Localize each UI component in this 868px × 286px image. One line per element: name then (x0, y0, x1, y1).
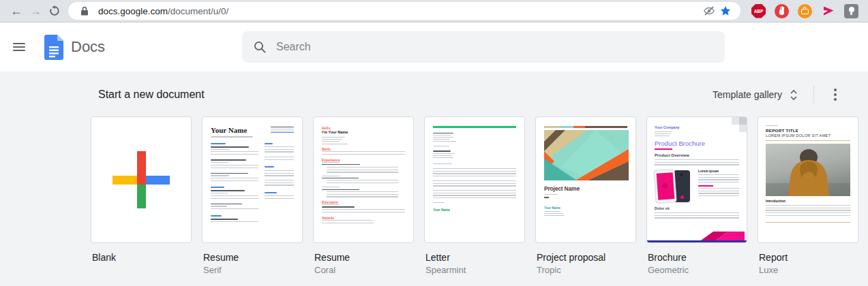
phones-illustration (655, 170, 694, 204)
template-cards-row: Blank Your Name (91, 116, 868, 275)
resume-coral-thumbnail[interactable]: Hello, I'm Your Name Skills Experience (313, 116, 414, 243)
mini-subheading: Lorem ipsum (698, 170, 739, 173)
mini-accent-rule (433, 126, 516, 128)
brochure-thumbnail[interactable]: Your Company Product Brochure Product Ov… (646, 116, 747, 243)
report-thumbnail[interactable]: REPORT TITLE LOREM IPSUM DOLOR SIT AMET (758, 116, 858, 243)
navy-footer-rule (647, 240, 747, 242)
back-button[interactable]: ← (7, 1, 26, 20)
docs-logo-icon[interactable] (44, 35, 63, 60)
mini-document: Project Name Your Name (536, 117, 635, 242)
section-title: Start a new document (98, 89, 205, 101)
mini-right-column (265, 143, 294, 225)
hand-blocker-extension-icon[interactable] (775, 4, 789, 18)
template-title: Blank (92, 252, 192, 263)
mini-color-bar (544, 126, 627, 128)
url-bar[interactable]: docs.google.com/document/u/0/ (68, 2, 740, 20)
template-gallery-label: Template gallery (713, 89, 782, 100)
tan-rule (766, 140, 850, 141)
search-input[interactable] (276, 41, 714, 53)
mini-link (698, 185, 713, 186)
mini-heading: Introduction (766, 199, 850, 203)
mini-doc-name: Your Name (211, 126, 247, 134)
mini-date (655, 148, 672, 150)
template-card-blank: Blank (91, 116, 192, 275)
url-host: docs.google.com (98, 6, 168, 16)
tan-rule (766, 222, 850, 223)
browser-toolbar: ← → docs.google.com/document/u/0/ (0, 0, 868, 22)
wallet-extension-icon[interactable] (798, 4, 812, 18)
search-bar[interactable] (242, 31, 725, 63)
letter-spearmint-thumbnail[interactable]: Your Name (424, 116, 525, 243)
reload-button[interactable] (45, 1, 64, 20)
mini-company: Your Company (655, 125, 739, 129)
mini-section: Experience (322, 158, 405, 162)
template-subtitle: Serif (203, 265, 303, 275)
mini-signature: Your Name (433, 208, 516, 212)
template-title: Resume (314, 252, 414, 263)
template-card-letter-spearmint: Your Name Letter Spearmint (424, 116, 525, 275)
template-title: Letter (425, 252, 525, 263)
mini-document: Your Name (425, 117, 524, 242)
mini-section: Education (322, 200, 405, 204)
keep-extension-icon[interactable] (844, 4, 858, 18)
google-docs-home: ← → docs.google.com/document/u/0/ (0, 0, 868, 286)
url-path: /document/u/0/ (168, 6, 228, 16)
template-title: Brochure (648, 252, 747, 263)
blank-template-thumbnail[interactable] (91, 116, 192, 243)
url-text: docs.google.com/document/u/0/ (98, 6, 701, 16)
cover-photo (766, 144, 850, 196)
template-section: Start a new document Template gallery (0, 72, 868, 286)
mini-heading: Dolor sit (655, 206, 739, 210)
resume-serif-thumbnail[interactable]: Your Name (202, 116, 303, 243)
extensions-area: ABP (751, 4, 858, 18)
corner-deco (739, 125, 747, 132)
mini-contact-block (271, 126, 294, 134)
flag-extension-icon[interactable] (821, 4, 835, 18)
mini-doc-name: Project Name (544, 185, 627, 192)
mini-document: Your Name (203, 117, 302, 242)
main-menu-button[interactable] (5, 33, 33, 61)
template-card-project-proposal: Project Name Your Name Project proposal … (535, 116, 636, 275)
mini-doc-name: I'm Your Name (322, 130, 405, 135)
mini-document: REPORT TITLE LOREM IPSUM DOLOR SIT AMET (758, 117, 858, 242)
mini-heading: Product Overview (655, 153, 739, 157)
app-title: Docs (71, 38, 105, 56)
docs-header: Docs (0, 22, 868, 72)
pink-ribbon-deco (701, 229, 745, 240)
abp-label: ABP (751, 4, 766, 18)
template-subtitle: Tropic (537, 265, 636, 275)
template-subtitle: Coral (314, 265, 414, 275)
mini-side-column: Lorem ipsum (698, 170, 739, 204)
tropic-cover-art (544, 130, 629, 180)
template-card-brochure: Your Company Product Brochure Product Ov… (646, 116, 747, 275)
template-card-report: REPORT TITLE LOREM IPSUM DOLOR SIT AMET (758, 116, 858, 275)
hide-eye-icon[interactable] (701, 3, 717, 19)
mini-document: Your Company Product Brochure Product Ov… (647, 117, 747, 242)
forward-button[interactable]: → (26, 1, 45, 20)
lock-icon (76, 3, 93, 19)
project-proposal-thumbnail[interactable]: Project Name Your Name (535, 116, 636, 243)
template-title: Report (759, 252, 858, 263)
template-card-resume-serif: Your Name (202, 116, 303, 275)
mini-doc-name: REPORT TITLE (766, 128, 850, 133)
divider (813, 86, 814, 104)
corner-deco (732, 117, 739, 125)
google-plus-icon (113, 151, 170, 208)
mini-doc-subname: LOREM IPSUM DOLOR SIT AMET (766, 133, 850, 138)
template-subtitle: Spearmint (425, 265, 525, 275)
bookmark-star-icon[interactable] (717, 3, 734, 19)
more-options-button[interactable] (827, 86, 843, 103)
mini-author: Your Name (544, 206, 627, 210)
mini-document: Hello, I'm Your Name Skills Experience (314, 117, 413, 242)
search-icon (253, 40, 267, 54)
adblock-extension-icon[interactable]: ABP (751, 4, 766, 18)
template-subtitle: Luxe (759, 265, 858, 275)
mini-left-column (211, 143, 258, 225)
mini-doc-name: Product Brochure (655, 140, 739, 147)
reload-icon (49, 5, 60, 16)
template-title: Project proposal (537, 252, 636, 263)
unfold-more-icon (790, 89, 798, 101)
template-gallery-button[interactable]: Template gallery (710, 85, 800, 105)
template-title: Resume (203, 252, 303, 263)
corner-deco (739, 117, 747, 125)
